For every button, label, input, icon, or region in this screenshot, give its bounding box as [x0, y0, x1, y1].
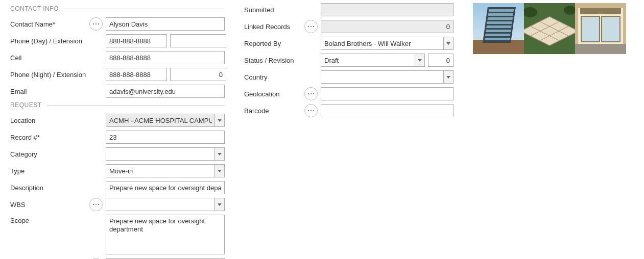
contact-info-section-title: CONTACT INFO [10, 5, 225, 12]
thumbnail-storefront[interactable] [575, 3, 626, 54]
chevron-down-icon[interactable] [443, 70, 454, 84]
reported-by-input[interactable] [321, 37, 454, 50]
submitted-input [321, 3, 454, 16]
svg-rect-27 [485, 34, 511, 36]
svg-point-12 [308, 93, 309, 95]
country-label: Country [244, 73, 304, 81]
svg-point-9 [308, 26, 309, 28]
svg-point-0 [93, 23, 94, 25]
svg-rect-22 [488, 13, 513, 16]
barcode-input[interactable] [321, 104, 454, 117]
geolocation-lookup-button[interactable] [304, 87, 318, 100]
scope-label: Scope [10, 215, 89, 224]
svg-point-14 [313, 93, 315, 95]
chevron-down-icon[interactable] [214, 114, 225, 127]
chevron-down-icon[interactable] [214, 198, 225, 211]
thumbnail-strip [473, 3, 631, 54]
location-label: Location [10, 117, 89, 124]
status-select[interactable] [321, 54, 425, 67]
chevron-down-icon[interactable] [443, 37, 454, 50]
barcode-label: Barcode [244, 107, 304, 115]
thumbnail-floorplan[interactable] [524, 3, 575, 54]
status-label: Status / Revision [244, 57, 304, 64]
phone-night-ext-input[interactable] [170, 68, 226, 81]
svg-rect-20 [483, 7, 516, 43]
linked-records-input[interactable] [321, 20, 454, 33]
svg-point-13 [311, 93, 312, 95]
country-input[interactable] [321, 70, 454, 84]
scope-textarea[interactable] [106, 215, 225, 254]
category-select[interactable] [106, 147, 225, 161]
svg-rect-24 [487, 21, 512, 24]
svg-rect-25 [486, 25, 512, 28]
svg-point-4 [96, 204, 97, 205]
contact-name-input[interactable] [106, 17, 225, 31]
chevron-down-icon[interactable] [214, 147, 225, 161]
phone-night-label: Phone (Night) / Extension [10, 71, 89, 79]
location-select[interactable] [106, 114, 225, 127]
wbs-lookup-button[interactable] [89, 198, 103, 211]
wbs-label: WBS [10, 201, 89, 209]
email-label: Email [10, 88, 89, 95]
svg-rect-44 [575, 44, 626, 54]
record-input[interactable] [106, 131, 225, 144]
reported-by-label: Reported By [244, 40, 304, 47]
submitted-label: Submitted [244, 6, 304, 14]
record-label: Record #* [10, 134, 89, 141]
type-select[interactable] [106, 164, 225, 177]
cell-label: Cell [10, 54, 89, 62]
geolocation-label: Geolocation [244, 90, 304, 98]
svg-point-3 [93, 204, 94, 205]
geolocation-input[interactable] [321, 87, 454, 100]
svg-point-15 [308, 110, 309, 112]
linked-records-lookup-button[interactable] [304, 20, 318, 33]
svg-point-10 [311, 26, 312, 28]
chevron-down-icon[interactable] [415, 54, 425, 67]
divider [47, 105, 225, 106]
svg-point-16 [311, 110, 312, 112]
type-input[interactable] [106, 164, 225, 177]
svg-rect-41 [602, 16, 620, 42]
reported-by-select[interactable] [321, 37, 454, 50]
svg-point-17 [313, 110, 315, 112]
request-title-text: REQUEST [10, 101, 42, 109]
status-input[interactable] [321, 54, 425, 67]
contact-info-title-text: CONTACT INFO [10, 5, 59, 12]
barcode-lookup-button[interactable] [304, 104, 318, 117]
thumbnail-building[interactable] [473, 3, 524, 54]
svg-rect-40 [581, 16, 600, 42]
wbs-input[interactable] [106, 198, 225, 211]
category-label: Category [10, 150, 89, 158]
svg-rect-39 [580, 8, 621, 14]
contact-name-label: Contact Name* [10, 20, 89, 28]
svg-point-1 [96, 23, 97, 25]
cell-input[interactable] [106, 51, 225, 64]
svg-rect-28 [485, 38, 510, 40]
svg-rect-26 [486, 30, 511, 32]
phone-night-input[interactable] [106, 68, 167, 81]
description-label: Description [10, 184, 89, 192]
svg-rect-23 [487, 17, 513, 20]
description-input[interactable] [106, 181, 225, 194]
country-select[interactable] [321, 70, 454, 84]
location-input[interactable] [106, 114, 225, 127]
request-section-title: REQUEST [10, 101, 225, 109]
email-input[interactable] [106, 85, 225, 98]
svg-rect-21 [489, 9, 514, 12]
divider [64, 9, 225, 9]
type-label: Type [10, 167, 89, 175]
svg-point-11 [313, 26, 315, 28]
contact-name-lookup-button[interactable] [89, 17, 103, 31]
svg-point-2 [98, 23, 100, 25]
revision-input[interactable] [428, 54, 454, 67]
chevron-down-icon[interactable] [214, 164, 225, 177]
phone-day-input[interactable] [106, 34, 167, 47]
wbs-select[interactable] [106, 198, 225, 211]
phone-day-label: Phone (Day) / Extension [10, 37, 89, 45]
linked-records-label: Linked Records [244, 23, 304, 31]
category-input[interactable] [106, 147, 225, 161]
phone-day-ext-input[interactable] [170, 34, 226, 47]
svg-point-5 [98, 204, 100, 205]
